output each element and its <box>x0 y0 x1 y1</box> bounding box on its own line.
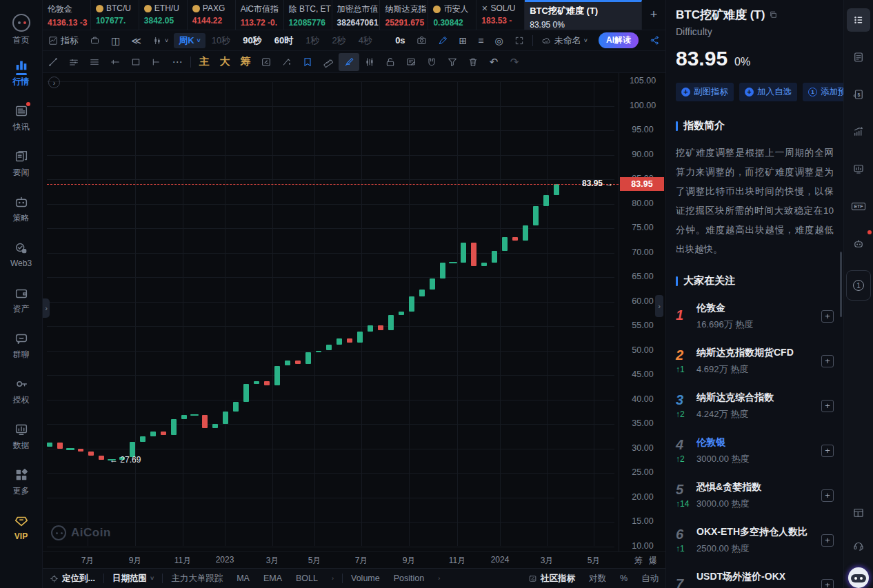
share-icon[interactable] <box>644 35 665 45</box>
sidebar-item-headlines[interactable]: 要闻 <box>0 141 43 186</box>
bookmark-icon[interactable] <box>297 53 318 71</box>
time-tick-label[interactable]: 7月 <box>81 555 94 567</box>
add-instrument-button[interactable]: + <box>821 355 834 367</box>
log-scale-toggle[interactable]: 对数 <box>582 573 613 585</box>
rectangle-tool-icon[interactable] <box>126 53 146 71</box>
period-4s[interactable]: 4秒 <box>352 34 379 47</box>
rewind-icon[interactable]: ≪ <box>126 35 147 46</box>
time-tick-label[interactable]: 9月 <box>129 555 142 567</box>
tab-binance[interactable]: 币安人 0.30842 <box>428 0 476 30</box>
panel-scrollbar[interactable] <box>840 252 842 317</box>
chart-plot-area[interactable] <box>43 73 619 551</box>
whale-order-tracking-button[interactable]: 主力大单跟踪 <box>164 573 230 585</box>
trending-item-6[interactable]: 6↑1 OKX-ETH多空持仓人数比2500.00 热度 + <box>676 524 834 556</box>
close-icon[interactable]: ✕ <box>481 4 488 13</box>
add-instrument-button[interactable]: + <box>821 579 834 588</box>
tab-paxg[interactable]: PAXG 4144.22 <box>188 0 236 30</box>
add-tab-button[interactable]: + <box>642 0 665 30</box>
more-main-indicators-arrow[interactable]: › <box>325 575 341 582</box>
customer-service-headset-icon[interactable] <box>847 534 870 558</box>
time-tick-label[interactable]: 5月 <box>588 555 601 567</box>
period-90s[interactable]: 90秒 <box>237 34 268 47</box>
market-data-icon[interactable] <box>847 157 870 181</box>
sidebar-item-strategy[interactable]: 策略 <box>0 186 43 232</box>
add-to-watchlist-button[interactable]: + 加入自选 <box>739 83 797 101</box>
trend-growth-icon[interactable] <box>847 120 870 143</box>
boll-indicator-button[interactable]: BOLL <box>289 574 325 583</box>
more-sub-indicators-arrow[interactable]: › <box>431 575 447 582</box>
add-alert-button[interactable]: 1 添加预警 <box>803 83 843 101</box>
price-range-icon[interactable] <box>146 53 167 71</box>
trending-item-2[interactable]: 2↑1 纳斯达克指数期货CFD4.692万 热度 + <box>676 345 834 377</box>
sidebar-item-home[interactable]: 首页 <box>0 10 43 50</box>
workspace-layout-icon[interactable] <box>847 501 870 525</box>
copy-icon[interactable] <box>769 10 778 19</box>
ruler-icon[interactable] <box>318 53 339 71</box>
tab-ex-btc-eth[interactable]: 除 BTC, ET 12085776 <box>284 0 332 30</box>
sidebar-item-web3[interactable]: Web3 <box>0 232 43 277</box>
add-pane-icon[interactable]: ⊞ <box>454 35 473 46</box>
time-tick-label[interactable]: 11月 <box>449 555 465 567</box>
replay-edit-icon[interactable] <box>256 53 277 71</box>
undo-icon[interactable]: ↶ <box>483 53 504 71</box>
tab-aic-marketcap-index[interactable]: AiC市值指 113.72 -0. <box>236 0 284 30</box>
right-panel-expander[interactable]: › <box>655 295 663 317</box>
position-indicator-button[interactable]: Position <box>387 574 431 583</box>
detail-list-icon[interactable] <box>847 8 870 32</box>
candle-style-selector[interactable]: ˅ <box>147 36 174 45</box>
lock-icon[interactable] <box>380 53 401 71</box>
trending-item-5[interactable]: 5↑14 恐惧&贪婪指数3000.00 热度 + <box>676 479 834 511</box>
tab-nasdaq-index[interactable]: 纳斯达克指 25291.675 <box>380 0 428 30</box>
add-instrument-button[interactable]: + <box>821 489 834 502</box>
sidebar-item-authorization[interactable]: 授权 <box>0 368 43 414</box>
time-tick-label[interactable]: 2023 <box>216 555 234 565</box>
time-axis[interactable]: 筹 爆 7月9月11月20233月5月7月9月11月20243月5月 <box>43 551 665 568</box>
time-tick-label[interactable]: 3月 <box>266 555 279 567</box>
add-instrument-button[interactable]: + <box>821 400 834 412</box>
sub-chart-indicator-button[interactable]: + 副图指标 <box>676 83 734 101</box>
sidebar-item-assets[interactable]: 资产 <box>0 277 43 323</box>
chip-distribution-button[interactable]: 筹 <box>235 53 256 71</box>
period-1s[interactable]: 1秒 <box>299 34 325 47</box>
volume-indicator-button[interactable]: Volume <box>344 574 387 583</box>
parallel-lines-icon[interactable] <box>63 53 84 71</box>
time-tick-label[interactable]: 7月 <box>355 555 368 567</box>
briefcase-icon[interactable] <box>84 35 106 45</box>
main-chart-button[interactable]: 主 <box>194 53 214 71</box>
tab-total-crypto-marketcap[interactable]: 加密总市值 382647061 <box>332 0 381 30</box>
time-tick-label[interactable]: 9月 <box>403 555 416 567</box>
date-range-button[interactable]: 日期范围˅ <box>106 573 161 585</box>
more-tools-icon[interactable]: ⋯ <box>167 53 188 71</box>
community-indicators-button[interactable]: 社区指标 <box>521 573 582 585</box>
trash-icon[interactable] <box>463 53 483 71</box>
target-icon[interactable]: ◎ <box>490 35 509 46</box>
period-10s[interactable]: 10秒 <box>205 34 237 47</box>
sidebar-item-group-chat[interactable]: 群聊 <box>0 323 43 368</box>
time-tick-label[interactable]: 3月 <box>541 555 554 567</box>
trending-item-3[interactable]: 3↑2 纳斯达克综合指数4.242万 热度 + <box>676 389 834 422</box>
sidebar-item-markets[interactable]: 行情 <box>0 50 43 95</box>
trending-item-1[interactable]: 1 伦敦金16.696万 热度 + <box>676 300 834 332</box>
redo-icon[interactable]: ↷ <box>504 53 525 71</box>
ma-indicator-button[interactable]: MA <box>230 574 257 583</box>
trending-item-4[interactable]: 4↑2 伦敦银3000.00 热度 + <box>676 434 834 467</box>
sidebar-item-news-flash[interactable]: 快讯 <box>0 95 43 141</box>
object-tree-icon[interactable]: ≡ <box>472 35 489 46</box>
big-order-button[interactable]: 大 <box>214 53 235 71</box>
ai-explain-button[interactable]: AI解读 <box>599 32 639 48</box>
tab-btc-usdt[interactable]: BTC/U 107677. <box>91 0 139 30</box>
tab-sol-usdt[interactable]: ✕SOL/U 183.53 - <box>476 0 525 30</box>
horizontal-ray-icon[interactable] <box>105 53 126 71</box>
add-instrument-button[interactable]: + <box>821 310 834 323</box>
period-2s[interactable]: 2秒 <box>325 34 352 47</box>
percent-scale-toggle[interactable]: % <box>613 574 634 583</box>
quick-switch-icon[interactable]: 1 <box>846 270 871 301</box>
note-edit-icon[interactable] <box>401 53 421 71</box>
auto-scale-toggle[interactable]: 自动 <box>634 573 665 585</box>
news-doc-icon[interactable] <box>847 45 870 69</box>
draw-pencil-icon[interactable] <box>432 35 454 45</box>
add-instrument-button[interactable]: + <box>821 445 834 457</box>
funding-dollar-icon[interactable]: $ <box>847 83 870 106</box>
ai-robot-icon[interactable] <box>847 232 870 255</box>
magnet-icon[interactable] <box>421 53 442 71</box>
